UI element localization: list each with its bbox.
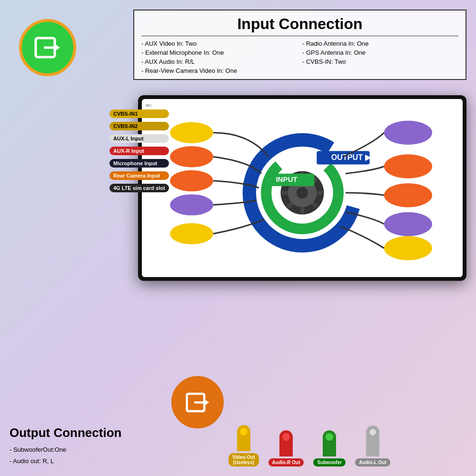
device-screen: MIC RST: [142, 99, 463, 277]
video-out-label: Video-Out(Useless): [228, 453, 259, 466]
device-frame: MIC RST: [138, 95, 466, 281]
oval-input-3: [170, 170, 213, 191]
output-specs: - SubwooferOut:One - Audio out: R, L: [10, 444, 143, 466]
input-icon: [19, 19, 76, 76]
cvbs-in2-label: CVBS-IN2: [109, 122, 169, 130]
input-connection-title: Input Connection: [141, 15, 458, 36]
spec-aux-video: - AUX Video In: Two: [141, 40, 298, 47]
rear-camera-label: Rear Camera Input: [109, 171, 169, 180]
oval-output-3: [384, 183, 432, 208]
green-tip: [326, 433, 333, 441]
red-tip: [282, 433, 290, 441]
cvbs-in1-label: CVBS-IN1: [109, 109, 169, 118]
device-wrapper: CVBS-IN1 CVBS-IN2 AUX-L Input AUX-R Inpu…: [109, 95, 466, 286]
bottom-connectors: Video-Out(Useless) Audio-R Out Subwoofer…: [228, 425, 471, 466]
aux-r-label: AUX-R Input: [109, 147, 169, 155]
yellow-tip: [240, 428, 248, 436]
input-specs: - AUX Video In: Two - Radio Antenna In: …: [141, 40, 458, 74]
output-section: Output Connection - SubwooferOut:One - A…: [10, 426, 143, 466]
line-r3: [346, 193, 384, 195]
spec-rear-camera: - Rear-View Camera Video In: One: [141, 67, 298, 74]
oval-output-2: [384, 154, 432, 178]
mic-label: MIC: [146, 103, 152, 108]
oval-input-2: [170, 146, 213, 167]
oval-output-1: [384, 120, 432, 145]
audio-r-connector: Audio-R Out: [268, 430, 304, 466]
diagram-svg: OUTPUT ▶ INPUT: [142, 99, 463, 277]
output-icon: [171, 376, 224, 428]
spec-gps-antenna: - GPS Antenna In: One: [302, 49, 458, 56]
video-out-connector: Video-Out(Useless): [228, 425, 259, 466]
spec-radio-antenna: - Radio Antenna In: One: [302, 40, 458, 47]
oval-output-5: [384, 236, 432, 260]
aux-l-label: AUX-L Input: [109, 134, 169, 143]
red-plug: [279, 430, 293, 456]
audio-r-label: Audio-R Out: [268, 458, 304, 466]
oval-input-1: [170, 122, 213, 143]
mic-input-label: Microphone Input: [109, 159, 169, 168]
spec-audio-out: - Audio out: R, L: [10, 456, 143, 466]
white-plug: [366, 426, 379, 456]
subwoofer-connector: Subwoofer: [313, 430, 346, 466]
svg-marker-13: [204, 399, 209, 406]
oval-output-4: [384, 212, 432, 237]
oval-input-4: [170, 194, 213, 215]
sim-slot-label: 4G LTE sim card slot: [109, 184, 169, 192]
spec-cvbs: - CVBS-IN: Two: [302, 58, 458, 65]
output-arrow-icon: [185, 389, 211, 416]
svg-marker-2: [54, 44, 60, 51]
output-title: Output Connection: [10, 426, 143, 440]
white-tip: [369, 428, 377, 436]
subwoofer-label: Subwoofer: [313, 458, 346, 466]
input-arrow-icon: [33, 33, 62, 62]
oval-input-5: [170, 223, 213, 244]
line-r2: [346, 167, 384, 174]
audio-l-label: Audio-L Out: [355, 458, 390, 466]
spec-ext-mic: - External Microphone In: One: [141, 49, 298, 56]
gear-center: [297, 187, 308, 198]
green-plug: [323, 430, 336, 456]
spec-aux-audio: - AUX Audio In: R/L: [141, 58, 298, 65]
yellow-plug: [237, 425, 250, 451]
spec-subwoofer: - SubwooferOut:One: [10, 444, 143, 455]
output-text: OUTPUT ▶: [331, 153, 372, 161]
line-r5: [341, 227, 384, 248]
input-connection-box: Input Connection - AUX Video In: Two - R…: [133, 10, 466, 80]
audio-l-connector: Audio-L Out: [355, 426, 390, 466]
left-connectors: CVBS-IN1 CVBS-IN2 AUX-L Input AUX-R Inpu…: [109, 109, 169, 192]
input-text: INPUT: [276, 175, 298, 183]
